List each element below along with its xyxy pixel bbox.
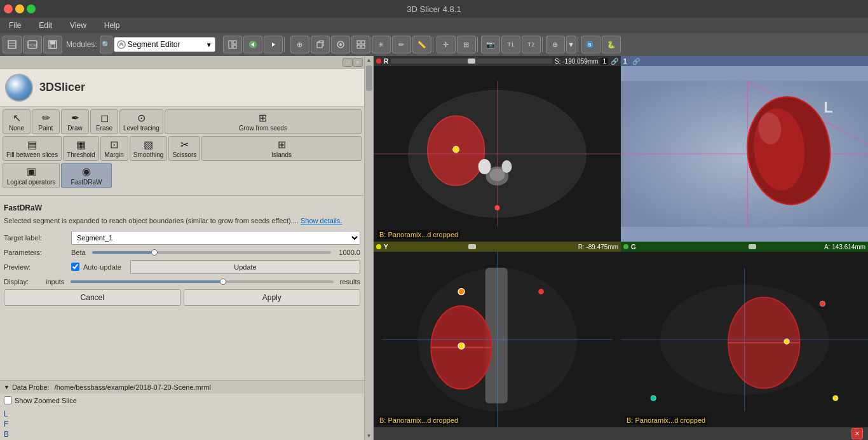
tool-smoothing[interactable]: ▧ Smoothing	[130, 136, 168, 161]
menubar: File Edit View Help	[0, 18, 868, 33]
tb-slicer-icon[interactable]: S	[581, 36, 600, 53]
vp-letter-y: Y	[384, 244, 388, 251]
tb-cross2[interactable]: ⊞	[457, 36, 476, 53]
close-btn[interactable]	[4, 4, 13, 13]
menu-help[interactable]: Help	[100, 20, 124, 31]
modules-search-btn[interactable]: 🔍	[100, 36, 112, 53]
beta-label: Beta	[71, 249, 86, 256]
vp-slider-bottomright[interactable]	[639, 244, 822, 249]
tb-data[interactable]	[3, 36, 22, 53]
tb-pencil[interactable]: ✏	[392, 36, 411, 53]
tool-margin[interactable]: ⊡ Margin	[100, 136, 128, 161]
viewport-bottom-left[interactable]: Y R: -89.475mm	[374, 242, 621, 427]
svg-point-33	[501, 160, 512, 173]
modules-dropdown[interactable]: Segment Editor ▼	[114, 37, 215, 52]
preview-row: Preview: Auto-update Update	[4, 260, 360, 274]
scroll-thumb[interactable]	[366, 65, 372, 91]
tb-layout[interactable]	[223, 36, 242, 53]
tool-draw[interactable]: ✒ Draw	[61, 109, 89, 134]
show-zoomed-slice-checkbox[interactable]	[4, 396, 12, 404]
auto-update-checkbox[interactable]	[71, 263, 79, 271]
viewport-top-right[interactable]: 1 🔗	[621, 56, 868, 242]
viewport-bar-topleft: R S: -190.059mm 1 🔗	[374, 56, 621, 66]
tb-forward[interactable]	[264, 36, 283, 53]
mri-sagittal-svg	[621, 252, 868, 427]
menu-edit[interactable]: Edit	[35, 20, 56, 31]
data-probe-label: Data Probe:	[12, 383, 50, 391]
show-details-link[interactable]: Show details.	[301, 217, 342, 224]
lfb-b[interactable]: B	[4, 430, 360, 439]
tb-cross[interactable]: ✛	[437, 36, 456, 53]
update-button[interactable]: Update	[130, 260, 360, 274]
beta-row: Parameters: Beta 1000.0	[4, 249, 360, 256]
maximize-btn[interactable]	[27, 4, 36, 13]
vp-label-topleft: B: Panoramix...d cropped	[377, 230, 460, 239]
tool-none[interactable]: ↖ None	[3, 109, 31, 134]
display-start-label: inputs	[46, 278, 64, 285]
tool-paint[interactable]: ✏ Paint	[32, 109, 60, 134]
tb-axes[interactable]: ⊕	[546, 36, 565, 53]
panel-resize-btn1[interactable]: □	[342, 58, 353, 67]
tb-dcm[interactable]: DCM	[23, 36, 42, 53]
data-probe-header[interactable]: ▼ Data Probe: /home/bessbass/example/201…	[4, 383, 360, 391]
display-slider[interactable]	[71, 280, 333, 283]
viewport-top-left[interactable]: R S: -190.059mm 1 🔗	[374, 56, 621, 242]
tb-crosshair[interactable]: ⊕	[290, 36, 309, 53]
minimize-btn[interactable]	[15, 4, 24, 13]
tb-cube[interactable]	[311, 36, 330, 53]
tool-logical-operators[interactable]: ▣ Logical operators	[3, 163, 60, 188]
vp-slider-bottomleft[interactable]	[391, 244, 576, 249]
tb-python[interactable]: 🐍	[602, 36, 621, 53]
tools-row-2: ▤ Fill between slices ▦ Threshold ⊡ Marg…	[3, 136, 362, 161]
tb-t1[interactable]: T1	[501, 36, 520, 53]
tb-circle[interactable]	[331, 36, 350, 53]
preview-label: Preview:	[4, 263, 67, 271]
tool-islands[interactable]: ⊞ Islands	[201, 136, 362, 161]
vp-letter-g: G	[631, 244, 636, 251]
status-close-btn[interactable]: ×	[851, 428, 863, 439]
tb-save[interactable]	[43, 36, 62, 53]
beta-slider[interactable]	[92, 251, 332, 254]
left-content: □ × 3DSlicer ↖ None	[0, 56, 364, 440]
lfb-l[interactable]: L	[4, 409, 360, 418]
tool-threshold[interactable]: ▦ Threshold	[63, 136, 98, 161]
svg-text:L: L	[824, 99, 833, 116]
window-controls	[4, 4, 36, 13]
zoomed-slice-row: Show Zoomed Slice	[4, 396, 360, 404]
tool-fill-between-slices[interactable]: ▤ Fill between slices	[3, 136, 62, 161]
tb-grid[interactable]	[351, 36, 370, 53]
tool-grow-from-seeds[interactable]: ⊞ Grow from seeds	[165, 109, 362, 134]
tb-capture[interactable]: 📷	[481, 36, 500, 53]
tb-t2[interactable]: T2	[522, 36, 541, 53]
viewport-bottom-right[interactable]: G A: 143.614mm	[621, 242, 868, 427]
tool-erase[interactable]: ◻ Erase	[90, 109, 118, 134]
svg-rect-6	[50, 41, 55, 44]
target-label-select[interactable]: Segment_1	[71, 231, 360, 245]
menu-file[interactable]: File	[5, 20, 25, 31]
svg-rect-23	[357, 45, 360, 48]
tool-level-tracing[interactable]: ⊙ Level tracing	[119, 109, 163, 134]
tools-row-1: ↖ None ✏ Paint ✒ Draw ◻	[3, 109, 362, 134]
dropdown-arrow: ▼	[206, 41, 212, 48]
vp-link-icon-3d[interactable]: 🔗	[632, 58, 640, 65]
panel-close-btn[interactable]: ×	[353, 58, 363, 67]
menu-view[interactable]: View	[66, 20, 90, 31]
tb-ruler[interactable]: 📏	[412, 36, 431, 53]
app-title: 3D Slicer 4.8.1	[407, 4, 461, 14]
mri-axial-slice	[374, 66, 621, 242]
tb-axes-dropdown[interactable]: ▼	[566, 36, 576, 53]
tb-star[interactable]: ✳	[372, 36, 391, 53]
vp-slider-topleft[interactable]	[391, 58, 552, 64]
scroll-up-arrow[interactable]: ▲	[365, 56, 373, 64]
data-probe: ▼ Data Probe: /home/bessbass/example/201…	[0, 380, 364, 394]
scroll-down-arrow[interactable]: ▼	[365, 432, 373, 440]
tb-back[interactable]	[243, 36, 262, 53]
vp-link-icon[interactable]: 🔗	[611, 58, 618, 65]
main-content: □ × 3DSlicer ↖ None	[0, 56, 868, 440]
lfb-f[interactable]: F	[4, 420, 360, 429]
apply-button[interactable]: Apply	[184, 289, 361, 306]
fastdraw-description: Selected segment is expanded to reach ob…	[4, 216, 360, 226]
tool-scissors[interactable]: ✂ Scissors	[168, 136, 200, 161]
cancel-button[interactable]: Cancel	[4, 289, 181, 306]
tool-fastdraw[interactable]: ◉ FastDRaW	[61, 163, 112, 188]
